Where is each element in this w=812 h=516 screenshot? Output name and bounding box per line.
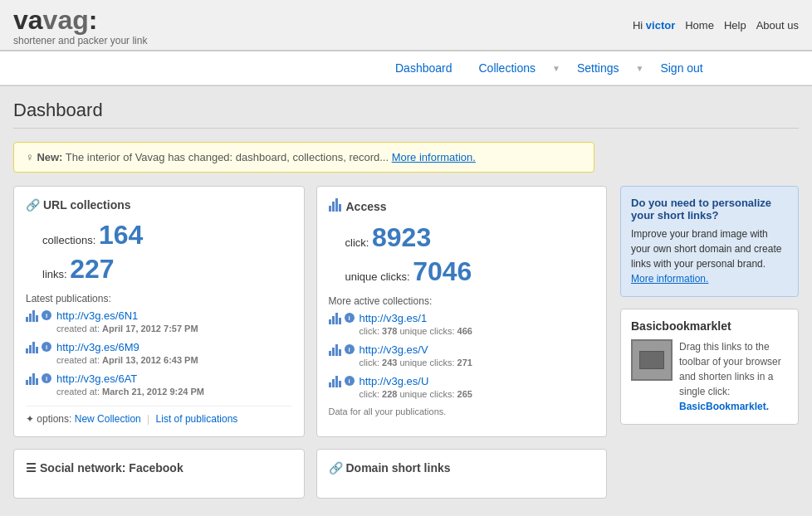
nav-collections[interactable]: Collections [466,51,549,85]
social-title: Social network: Facebook [40,461,183,475]
logo-vag: vag [43,5,89,35]
page-title: Dashboard [13,100,799,129]
greeting: Hi victor [633,19,675,32]
access-url-1[interactable]: http://v3g.es/1 [360,312,472,324]
notice-banner: ♀ New: The interior of Vavag has changed… [13,142,594,173]
info-icon: i [345,313,355,323]
list-item: i http://v3g.es/6M9 created at: April 13… [26,341,292,366]
access-stats-1: click: 378 unique clicks: 466 [360,326,472,336]
domain-title: Domain short links [346,461,451,475]
settings-dropdown-icon[interactable]: ▼ [632,64,647,73]
tip-title: Do you need to personalize your short li… [631,197,788,221]
username-link[interactable]: victor [646,19,675,32]
notice-text: The interior of Vavag has changed: dashb… [66,151,389,163]
tip-panel: Do you need to personalize your short li… [620,186,799,297]
access-title: Access [346,200,387,213]
collections-label: collections: [42,234,95,246]
notice-bold: New: [37,151,62,163]
chart-icon [329,344,343,358]
bookmarklet-icon-inner [639,351,664,369]
list-item: i http://v3g.es/6N1 created at: April 17… [26,309,292,334]
access-stats-2: click: 243 unique clicks: 271 [360,358,472,368]
unique-value: 7046 [413,256,472,286]
options-row: ✦ options: New Collection | List of publ… [26,406,292,425]
pub-date-1: created at: April 17, 2012 7:57 PM [56,324,198,333]
collections-dropdown-icon[interactable]: ▼ [549,64,564,73]
link-icon: 🔗 [26,198,40,212]
options-label: options: [37,413,71,425]
info-icon: i [345,344,355,354]
bookmarklet-panel: Basicbookmarklet Drag this links to the … [620,309,799,425]
latest-publications-title: Latest publications: [26,293,292,304]
pub-date-2: created at: April 13, 2012 6:43 PM [56,355,198,365]
collections-value: 164 [99,220,143,250]
tip-text: Improve your brand image with your own s… [631,226,788,286]
bookmarklet-icon [631,339,673,381]
list-publications-link[interactable]: List of publications [156,413,238,425]
bookmarklet-text: Drag this links to the toolbar of your b… [679,339,788,414]
rss-icon: ☰ [26,461,37,475]
url-collections-panel: 🔗 URL collections collections: 164 links… [13,186,305,437]
pub-date-3: created at: March 21, 2012 9:24 PM [56,387,204,397]
active-collections-title: More active collections: [329,295,595,307]
url-collections-title: URL collections [43,198,131,212]
pub-url-2[interactable]: http://v3g.es/6M9 [56,341,198,353]
links-label: links: [42,268,67,280]
info-icon: i [42,310,51,320]
pub-url-3[interactable]: http://v3g.es/6AT [56,372,204,385]
help-link[interactable]: Help [724,19,746,32]
nav-collections-dropdown[interactable]: Collections ▼ [466,51,564,85]
logo-colon: : [89,5,98,35]
tagline: shortener and packer your link [13,35,147,46]
click-value: 8923 [372,222,431,252]
list-item: i http://v3g.es/U click: 228 unique clic… [329,375,595,400]
access-chart-icon [329,198,343,214]
list-item: i http://v3g.es/1 click: 378 unique clic… [329,312,595,337]
pub-url-1[interactable]: http://v3g.es/6N1 [56,309,198,322]
nav-settings-dropdown[interactable]: Settings ▼ [564,51,648,85]
chart-icon [26,342,40,356]
info-icon: i [42,373,51,383]
list-item: i http://v3g.es/6AT created at: March 21… [26,372,292,397]
data-note: Data for all your publications. [329,406,595,416]
click-label: click: [345,236,369,249]
bookmarklet-title: Basicbookmarklet [631,319,788,333]
bookmarklet-link[interactable]: BasicBookmarklet. [679,401,769,412]
notice-link[interactable]: More information. [392,151,476,163]
access-panel: Access click: 8923 unique clicks: 7046 M… [316,186,608,437]
link-icon2: 🔗 [329,461,343,475]
links-value: 227 [70,254,114,284]
options-gear-icon: ✦ [26,413,34,425]
access-stats-3: click: 228 unique clicks: 265 [360,389,472,399]
access-url-2[interactable]: http://v3g.es/V [360,343,472,356]
social-panel: ☰ Social network: Facebook [13,449,305,499]
new-collection-link[interactable]: New Collection [75,413,141,425]
tip-link[interactable]: More information. [631,273,708,285]
info-icon: i [42,342,51,352]
access-url-3[interactable]: http://v3g.es/U [360,375,472,387]
nav-settings[interactable]: Settings [564,51,633,85]
nav-sign-out[interactable]: Sign out [647,51,716,85]
chart-icon [329,313,343,327]
about-link[interactable]: About us [756,19,799,32]
logo-va: va [13,5,43,35]
notice-icon: ♀ [26,151,34,163]
home-link[interactable]: Home [685,19,714,32]
nav-dashboard[interactable]: Dashboard [382,51,466,85]
chart-icon [26,310,40,324]
unique-label: unique clicks: [345,270,410,283]
chart-icon [329,376,343,390]
list-item: i http://v3g.es/V click: 243 unique clic… [329,343,595,368]
info-icon: i [345,376,355,386]
chart-icon [26,373,40,387]
domain-panel: 🔗 Domain short links [316,449,608,499]
options-separator: | [147,413,149,425]
